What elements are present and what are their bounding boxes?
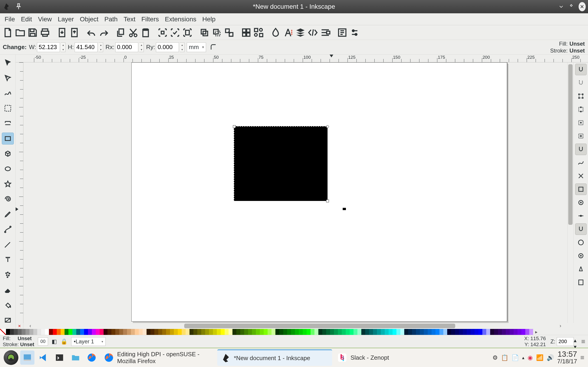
palette-swatch[interactable] [166,329,170,335]
snap-path[interactable] [575,157,587,168]
palette-swatch[interactable] [443,329,447,335]
tray-volume-icon[interactable]: 🔊 [547,354,554,361]
spiral-tool[interactable] [2,193,14,205]
snap-bbox-center[interactable] [575,130,587,142]
layer-visibility-icon[interactable]: ◧ [52,338,57,345]
palette-swatch[interactable] [299,329,303,335]
palette-swatch[interactable] [127,329,131,335]
palette-swatch[interactable] [279,329,283,335]
palette-swatch[interactable] [26,329,29,335]
palette-swatch[interactable] [119,329,123,335]
palette-swatch[interactable] [486,329,490,335]
palette-swatch[interactable] [115,329,119,335]
palette-swatch[interactable] [525,329,529,335]
minimize-button[interactable] [558,3,564,10]
palette-swatch[interactable] [229,329,233,335]
palette-swatch[interactable] [29,329,33,335]
rx-spinner[interactable]: ▴▾ [139,42,144,52]
zoom-selection-button[interactable] [157,27,168,38]
palette-swatch[interactable] [221,329,225,335]
tray-network-icon[interactable]: 📶 [536,354,544,361]
palette-swatch[interactable] [186,329,190,335]
menu-help[interactable]: Help [199,14,218,24]
gradient-tool[interactable] [2,314,14,326]
palette-swatch[interactable] [6,329,10,335]
snap-cusp-node[interactable] [575,184,587,195]
width-input[interactable] [37,42,60,52]
palette-swatch[interactable] [342,329,346,335]
palette-swatch[interactable] [271,329,275,335]
group-button[interactable] [241,27,252,38]
cut-button[interactable] [128,27,139,38]
palette-swatch[interactable] [361,329,365,335]
palette-swatch[interactable] [100,329,104,335]
palette-swatch[interactable] [53,329,57,335]
select-tool[interactable] [2,57,14,69]
palette-swatch[interactable] [123,329,127,335]
palette-swatch[interactable] [264,329,268,335]
menu-filters[interactable]: Filters [139,14,162,24]
unit-selector[interactable]: mm▾ [187,42,206,52]
palette-swatch[interactable] [104,329,107,335]
save-button[interactable] [27,27,38,38]
height-input[interactable] [75,42,98,52]
snap-bbox-edge[interactable] [575,104,587,115]
ry-spinner[interactable]: ▴▾ [180,42,184,52]
hscroll-right[interactable]: › [553,323,567,329]
palette-swatch[interactable] [377,329,381,335]
palette-swatch[interactable] [478,329,482,335]
palette-swatch[interactable] [190,329,193,335]
paste-button[interactable] [140,27,151,38]
ellipse-tool[interactable] [2,163,14,175]
snap-other-toggle[interactable] [575,223,587,235]
palette-swatch[interactable] [385,329,389,335]
pencil-tool[interactable] [2,208,14,220]
bucket-tool[interactable] [2,299,14,311]
handle-bottom-right[interactable] [326,200,329,202]
snap-nodes-toggle[interactable] [575,144,587,155]
palette-swatch[interactable] [518,329,521,335]
calligraphy-tool[interactable] [2,239,14,250]
palette-swatch[interactable] [435,329,439,335]
palette-swatch[interactable] [311,329,314,335]
palette-swatch[interactable] [510,329,514,335]
width-spinner[interactable]: ▴▾ [61,42,65,52]
new-file-button[interactable] [2,27,13,38]
zoom-spinner[interactable]: ▴▾ [574,337,577,346]
palette-swatch[interactable] [88,329,92,335]
vertical-scrollbar[interactable] [567,62,573,323]
palette-swatch[interactable] [373,329,377,335]
palette-swatch[interactable] [303,329,307,335]
export-button[interactable] [69,27,80,38]
menu-extensions[interactable]: Extensions [162,14,199,24]
palette-swatch[interactable] [459,329,463,335]
palette-swatch[interactable] [143,329,147,335]
spray-tool[interactable] [2,269,14,281]
close-button[interactable] [579,2,586,11]
status-fill-stroke[interactable]: Fill: Unset Stroke: Unset [3,336,34,348]
clone-button[interactable] [211,27,222,38]
status-menu-icon[interactable]: ≡ [581,338,585,345]
palette-swatch[interactable] [61,329,65,335]
quicklaunch-vscode[interactable] [36,350,51,365]
palette-swatch[interactable] [455,329,459,335]
palette-swatch[interactable] [381,329,385,335]
unlink-clone-button[interactable] [224,27,235,38]
task-inkscape[interactable]: *New document 1 - Inkscape [217,349,332,366]
palette-swatch[interactable] [354,329,357,335]
palette-nofill[interactable] [0,329,6,335]
maximize-button[interactable] [568,3,574,10]
redo-button[interactable] [98,27,109,38]
palette-swatch[interactable] [439,329,443,335]
ruler-horizontal[interactable]: -50-250255075100125150175200225250 [16,55,588,62]
document-properties-button[interactable] [349,27,360,38]
palette-swatch[interactable] [283,329,287,335]
palette-swatch[interactable] [22,329,26,335]
palette-swatch[interactable] [275,329,279,335]
canvas-viewport[interactable] [23,62,567,323]
palette-swatch[interactable] [233,329,236,335]
palette-swatch[interactable] [111,329,115,335]
palette-swatch[interactable] [334,329,338,335]
tray-clipboard-icon[interactable]: 📋 [501,354,508,361]
quicklaunch-desktop[interactable] [20,350,35,365]
